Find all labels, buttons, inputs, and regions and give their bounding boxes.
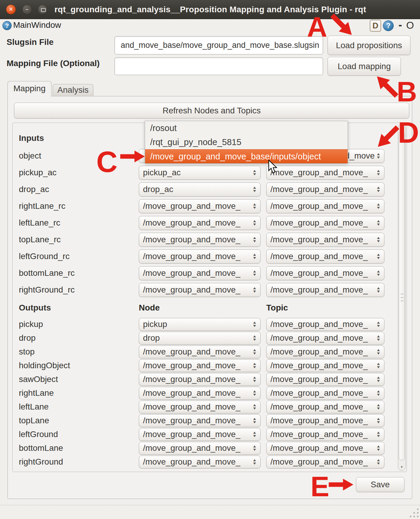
- dock-detach-button[interactable]: D: [370, 20, 381, 32]
- spinner-icon[interactable]: [251, 404, 258, 410]
- spinner-icon[interactable]: [251, 253, 258, 260]
- save-button[interactable]: Save: [356, 477, 404, 492]
- spin-down-icon[interactable]: [376, 240, 381, 243]
- dock-help-button[interactable]: ?: [383, 20, 394, 31]
- slugsin-file-input[interactable]: and_move_base/move_group_and_move_base.s…: [115, 36, 323, 54]
- spinner-icon[interactable]: [375, 203, 382, 209]
- node-combo[interactable]: pickup: [139, 318, 261, 331]
- topic-combo[interactable]: /move_group_and_move_: [266, 182, 384, 197]
- node-combo[interactable]: drop: [139, 332, 261, 345]
- spin-down-icon[interactable]: [376, 273, 381, 276]
- topic-combo[interactable]: /move_group_and_move_: [266, 216, 384, 230]
- topic-combo[interactable]: /move_group_and_move_: [266, 283, 384, 297]
- spinner-icon[interactable]: [375, 417, 382, 424]
- node-combo[interactable]: /move_group_and_move_: [139, 442, 261, 455]
- tab-mapping[interactable]: Mapping: [7, 81, 51, 96]
- refresh-nodes-topics-button[interactable]: Refresh Nodes and Topics: [14, 103, 409, 118]
- topic-combo[interactable]: /move_group_and_move_: [266, 233, 384, 247]
- scrollbar-down-icon[interactable]: ▼: [398, 465, 405, 469]
- spinner-icon[interactable]: [375, 253, 382, 260]
- spin-down-icon[interactable]: [376, 189, 381, 193]
- topic-combo[interactable]: /move_group_and_move_: [266, 332, 384, 345]
- scrollbar-thumb[interactable]: [399, 132, 405, 460]
- spinner-icon[interactable]: [251, 186, 258, 193]
- node-combo[interactable]: /move_group_and_move_: [139, 428, 261, 441]
- spin-down-icon[interactable]: [252, 273, 257, 276]
- spinner-icon[interactable]: [251, 348, 258, 355]
- spin-down-icon[interactable]: [376, 324, 381, 328]
- spin-down-icon[interactable]: [252, 393, 257, 396]
- spin-down-icon[interactable]: [252, 462, 257, 465]
- spin-down-icon[interactable]: [376, 290, 381, 293]
- spin-down-icon[interactable]: [252, 366, 257, 369]
- node-combo[interactable]: /move_group_and_move_: [139, 249, 261, 264]
- topic-combo[interactable]: /move_group_and_move_: [266, 266, 384, 280]
- spinner-icon[interactable]: [375, 287, 382, 293]
- spin-down-icon[interactable]: [376, 206, 381, 209]
- spin-down-icon[interactable]: [376, 256, 381, 260]
- spinner-icon[interactable]: [375, 431, 382, 438]
- spin-down-icon[interactable]: [252, 448, 257, 451]
- spinner-icon[interactable]: [375, 459, 382, 465]
- spin-down-icon[interactable]: [376, 462, 381, 465]
- topic-combo[interactable]: /move_group_and_move_: [266, 414, 384, 427]
- spinner-icon[interactable]: [375, 348, 382, 355]
- mapping-file-input[interactable]: [115, 57, 323, 75]
- node-combo[interactable]: /move_group_and_move_: [139, 199, 261, 213]
- spin-down-icon[interactable]: [252, 434, 257, 438]
- spinner-icon[interactable]: [251, 362, 258, 369]
- spin-down-icon[interactable]: [252, 290, 257, 293]
- resize-grip[interactable]: [410, 508, 419, 518]
- spin-down-icon[interactable]: [376, 421, 381, 424]
- spin-down-icon[interactable]: [376, 434, 381, 438]
- topic-combo[interactable]: /move_group_and_move_: [266, 456, 384, 468]
- spin-down-icon[interactable]: [376, 366, 381, 369]
- spinner-icon[interactable]: [251, 169, 258, 176]
- topic-combo[interactable]: /move_group_and_move_: [266, 249, 384, 264]
- spin-down-icon[interactable]: [252, 240, 257, 243]
- dropdown-item[interactable]: /move_group_and_move_base/inputs/object: [145, 149, 348, 163]
- spinner-icon[interactable]: [375, 270, 382, 276]
- spinner-icon[interactable]: [375, 362, 382, 369]
- spin-down-icon[interactable]: [376, 407, 381, 410]
- spin-down-icon[interactable]: [376, 223, 381, 226]
- spinner-icon[interactable]: [375, 186, 382, 193]
- node-combo[interactable]: /move_group_and_move_: [139, 266, 261, 280]
- spinner-icon[interactable]: [251, 417, 258, 424]
- spin-down-icon[interactable]: [252, 206, 257, 209]
- node-combo[interactable]: /move_group_and_move_: [139, 373, 261, 386]
- spinner-icon[interactable]: [375, 390, 382, 396]
- spin-down-icon[interactable]: [252, 379, 257, 383]
- close-button[interactable]: [6, 4, 16, 14]
- dropdown-item[interactable]: /rqt_gui_py_node_5815: [145, 135, 348, 149]
- maximize-button[interactable]: [38, 4, 48, 14]
- topic-combo[interactable]: /move_group_and_move_: [266, 401, 384, 413]
- node-combo[interactable]: /move_group_and_move_: [139, 401, 261, 413]
- topic-combo[interactable]: /move_group_and_move_: [266, 346, 384, 358]
- spinner-icon[interactable]: [375, 236, 382, 243]
- node-combo[interactable]: pickup_ac: [139, 166, 261, 180]
- load-mapping-button[interactable]: Load mapping: [328, 57, 401, 76]
- spinner-icon[interactable]: [251, 203, 258, 209]
- spin-down-icon[interactable]: [252, 189, 257, 193]
- dropdown-item[interactable]: /rosout: [145, 121, 348, 135]
- minimize-button[interactable]: [22, 4, 32, 14]
- node-combo[interactable]: drop_ac: [139, 182, 261, 197]
- spinner-icon[interactable]: [251, 445, 258, 451]
- spinner-icon[interactable]: [375, 321, 382, 328]
- node-combo[interactable]: /move_group_and_move_: [139, 346, 261, 358]
- spinner-icon[interactable]: [251, 390, 258, 396]
- spin-down-icon[interactable]: [376, 379, 381, 383]
- node-combo[interactable]: /move_group_and_move_: [139, 283, 261, 297]
- spinner-icon[interactable]: [251, 459, 258, 465]
- topic-combo[interactable]: /move_group_and_move_: [266, 166, 384, 180]
- topic-combo[interactable]: /move_group_and_move_: [266, 387, 384, 400]
- node-combo[interactable]: /move_group_and_move_: [139, 387, 261, 400]
- load-propositions-button[interactable]: Load propositions: [328, 36, 410, 55]
- node-combo[interactable]: /move_group_and_move_: [139, 216, 261, 230]
- spinner-icon[interactable]: [375, 404, 382, 410]
- spin-down-icon[interactable]: [376, 448, 381, 451]
- spin-down-icon[interactable]: [252, 421, 257, 424]
- spinner-icon[interactable]: [251, 236, 258, 243]
- spin-down-icon[interactable]: [252, 352, 257, 355]
